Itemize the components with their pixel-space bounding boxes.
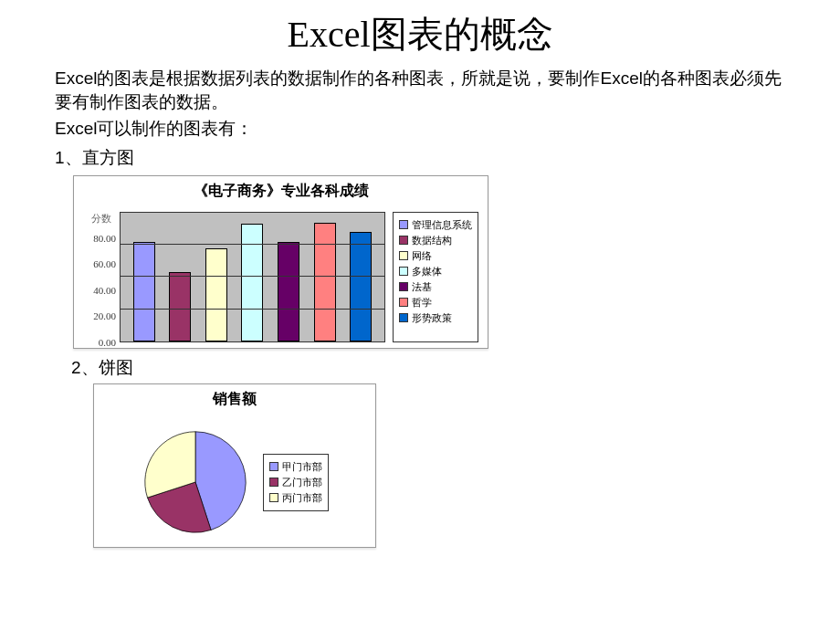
- legend-item: 管理信息系统: [399, 218, 472, 232]
- legend-item: 丙门市部: [269, 491, 322, 505]
- bar-chart-plot: [120, 212, 385, 342]
- bar-chart-card: 《电子商务》专业各科成绩 分数 0.0020.0040.0060.0080.00…: [73, 175, 488, 349]
- legend-item: 数据结构: [399, 234, 472, 247]
- bar-chart-ylabel: 分数: [83, 212, 120, 226]
- legend-swatch: [399, 251, 408, 260]
- legend-item: 网络: [399, 249, 472, 263]
- gridline: [121, 276, 384, 277]
- legend-item: 形势政策: [399, 311, 472, 325]
- legend-label: 乙门市部: [282, 476, 322, 489]
- bar-chart-legend: 管理信息系统数据结构网络多媒体法基哲学形势政策: [393, 212, 478, 342]
- pie-chart-legend: 甲门市部乙门市部丙门市部: [263, 454, 329, 511]
- item-2-label: 2、饼图: [71, 356, 785, 380]
- ytick-label: 60.00: [83, 258, 116, 269]
- list-intro: Excel可以制作的图表有：: [55, 117, 785, 141]
- gridline: [121, 244, 384, 245]
- bar: [314, 223, 336, 341]
- bar: [205, 248, 227, 341]
- legend-swatch: [399, 267, 408, 276]
- gridline: [121, 309, 384, 310]
- legend-item: 哲学: [399, 296, 472, 310]
- intro-paragraph: Excel的图表是根据数据列表的数据制作的各种图表，所就是说，要制作Excel的…: [55, 67, 785, 113]
- pie-chart-plot: [141, 427, 250, 537]
- ytick-label: 80.00: [83, 233, 116, 244]
- legend-label: 甲门市部: [282, 460, 322, 474]
- gridline: [121, 212, 384, 213]
- legend-swatch: [399, 313, 408, 322]
- ytick-label: 20.00: [83, 310, 116, 321]
- bar: [241, 224, 263, 341]
- legend-swatch: [269, 462, 278, 471]
- item-1-label: 1、直方图: [55, 146, 785, 170]
- legend-swatch: [399, 298, 408, 307]
- legend-label: 丙门市部: [282, 491, 322, 505]
- legend-label: 管理信息系统: [412, 218, 472, 232]
- legend-label: 数据结构: [412, 234, 452, 247]
- legend-item: 多媒体: [399, 265, 472, 278]
- bar: [169, 272, 191, 341]
- legend-label: 多媒体: [412, 265, 442, 278]
- legend-swatch: [399, 282, 408, 291]
- ytick-label: 40.00: [83, 285, 116, 296]
- bar: [133, 242, 155, 341]
- legend-label: 哲学: [412, 296, 432, 310]
- legend-label: 网络: [412, 249, 432, 263]
- legend-item: 乙门市部: [269, 476, 322, 489]
- legend-item: 法基: [399, 280, 472, 294]
- bar: [350, 232, 372, 341]
- ytick-label: 0.00: [83, 337, 116, 348]
- legend-item: 甲门市部: [269, 460, 322, 474]
- legend-swatch: [269, 493, 278, 502]
- bar-chart-title: 《电子商务》专业各科成绩: [194, 182, 369, 201]
- pie-chart-card: 销售额 甲门市部乙门市部丙门市部: [93, 383, 376, 548]
- page-title: Excel图表的概念: [55, 9, 785, 59]
- pie-chart-title: 销售额: [213, 390, 257, 409]
- bar: [278, 242, 299, 341]
- legend-label: 法基: [412, 280, 432, 294]
- bar-chart-yticks: 0.0020.0040.0060.0080.00: [83, 227, 120, 342]
- legend-label: 形势政策: [412, 311, 452, 325]
- legend-swatch: [399, 220, 408, 229]
- legend-swatch: [399, 236, 408, 245]
- legend-swatch: [269, 478, 278, 487]
